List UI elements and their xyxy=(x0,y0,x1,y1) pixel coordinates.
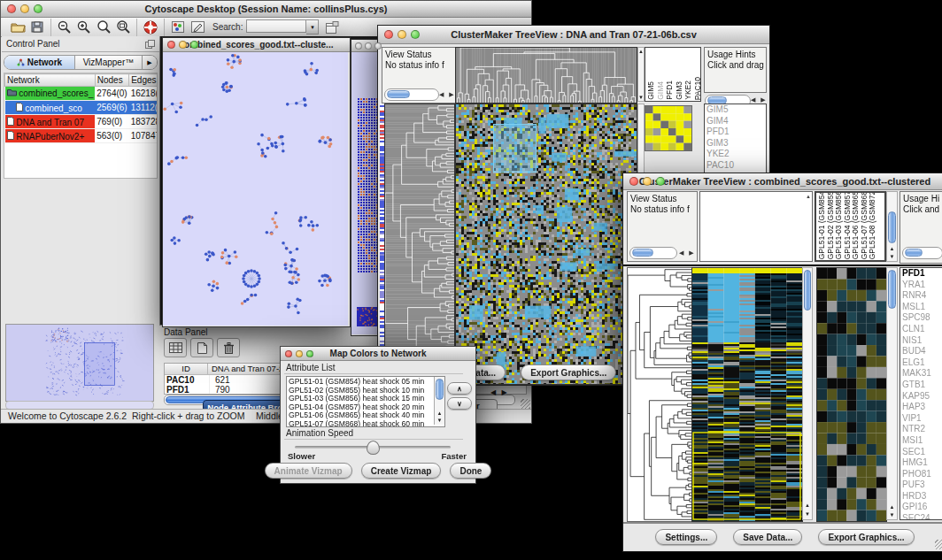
close-button[interactable] xyxy=(285,350,292,357)
gene-list-item[interactable]: KAP95 xyxy=(900,391,942,403)
gene-list-item[interactable]: PFD1 xyxy=(900,268,942,280)
gene-list-item[interactable]: YRA1 xyxy=(900,280,942,291)
gene-list-item[interactable]: ELG1 xyxy=(900,357,942,369)
speed-slider-thumb[interactable] xyxy=(367,441,380,455)
move-up-button[interactable]: ∧ xyxy=(447,382,472,395)
zoom-button[interactable] xyxy=(411,30,420,39)
treeview2-titlebar[interactable]: ClusterMaker TreeView : combined_scores_… xyxy=(623,173,942,190)
gene-list-item[interactable]: PUF3 xyxy=(900,479,942,491)
col-nodes[interactable]: Nodes xyxy=(95,74,128,87)
treeview1-titlebar[interactable]: ClusterMaker TreeView : DNA and Tran 07-… xyxy=(378,26,769,44)
zoom-fit-icon[interactable] xyxy=(113,19,133,36)
data-col-id[interactable]: ID xyxy=(165,364,208,374)
network-table-row[interactable]: combined_scores_2764(0)16218(0) xyxy=(5,87,158,101)
zoom-button[interactable] xyxy=(656,177,665,186)
background-network-canvas[interactable] xyxy=(351,52,378,334)
tv2-status-scrollbar[interactable] xyxy=(629,247,677,259)
tv2-genes-scrollbar[interactable]: ▲▼ xyxy=(886,267,898,520)
tv1-row-dendrogram[interactable] xyxy=(384,104,455,385)
tv1-heatmap[interactable] xyxy=(455,104,637,385)
background-window-titlebar[interactable] xyxy=(351,40,380,52)
tv2-resize-grip[interactable] xyxy=(935,540,942,549)
tv1-status-scroll-arrows[interactable]: ◀ ▶ xyxy=(439,89,456,100)
zoom-button[interactable] xyxy=(306,350,313,357)
zoom-out-icon[interactable] xyxy=(55,19,74,36)
gene-list-item[interactable]: GPI16 xyxy=(900,502,942,513)
tv2-heatmap[interactable] xyxy=(691,267,803,522)
minimize-button[interactable] xyxy=(179,41,187,49)
tab-overflow-button[interactable]: ▶ xyxy=(143,56,157,69)
export-graphics-button[interactable]: Export Graphics... xyxy=(521,364,616,380)
tab-network[interactable]: Network xyxy=(4,56,75,69)
dialog-titlebar[interactable]: Map Colors to Network xyxy=(281,347,475,361)
gene-list-item[interactable]: NIS1 xyxy=(900,335,942,347)
gene-list-item[interactable]: SEC24 xyxy=(900,513,942,520)
search-dropdown-button[interactable]: ▼ xyxy=(306,19,319,35)
tv2-zoom-heatmap[interactable] xyxy=(816,267,887,522)
annotation-icon[interactable] xyxy=(188,19,207,36)
tv2-usage-scrollbar[interactable] xyxy=(902,247,942,259)
gene-list-item[interactable]: PFD1 xyxy=(705,127,766,138)
network-table-row[interactable]: DNA and Tran 07769(0)183728(0) xyxy=(5,115,158,129)
done-button[interactable]: Done xyxy=(450,463,491,479)
overview-canvas[interactable] xyxy=(6,325,151,399)
vizmapper-icon[interactable] xyxy=(168,19,188,36)
zoom-button[interactable] xyxy=(374,42,382,50)
export-graphics-button[interactable]: Export Graphics... xyxy=(818,529,914,545)
gene-list-item[interactable]: SPC98 xyxy=(900,312,942,324)
tv1-zoom-heatmap[interactable] xyxy=(645,105,692,151)
tv1-status-scrollbar[interactable] xyxy=(384,88,439,101)
gene-list-item[interactable]: CLN1 xyxy=(900,324,942,335)
gene-list-item[interactable]: GIM5 xyxy=(705,104,766,116)
close-button[interactable] xyxy=(7,4,16,13)
close-button[interactable] xyxy=(355,42,362,50)
search-input[interactable] xyxy=(246,19,306,33)
tv2-column-labels[interactable]: GPL51-01 (GSM854)GPL51-02 (GSM855)GPL51-… xyxy=(815,191,886,262)
tv1-column-labels[interactable]: GIM5GIM4PFD1GIM3YKE2PAC10 xyxy=(645,47,701,102)
save-data-button[interactable]: Save Data... xyxy=(733,529,802,545)
main-titlebar[interactable]: Cytoscape Desktop (Session Name: collins… xyxy=(1,1,531,18)
gene-list-item[interactable]: PAC10 xyxy=(705,160,766,172)
gene-list-item[interactable]: MAK31 xyxy=(900,368,942,380)
attribute-list-item[interactable]: GPL51-07 (GSM868) heat shock 60 min xyxy=(289,420,443,427)
animate-vizmap-button[interactable]: Animate Vizmap xyxy=(265,463,352,479)
minimize-button[interactable] xyxy=(643,177,652,186)
gene-list-item[interactable]: BUD4 xyxy=(900,346,942,357)
column-label[interactable]: YKE2 xyxy=(684,81,693,100)
move-down-button[interactable]: ∨ xyxy=(447,397,472,410)
gene-list-item[interactable]: HMG1 xyxy=(900,457,942,469)
search-config-icon[interactable] xyxy=(322,19,342,36)
tv1-labels-scrollbar[interactable]: ▲▼ xyxy=(637,47,645,102)
gene-list-item[interactable]: SEC1 xyxy=(900,447,942,458)
gene-list-item[interactable]: GIM4 xyxy=(705,116,766,127)
delete-attribute-icon[interactable] xyxy=(217,338,240,357)
attribute-list-scrollbar[interactable]: ▲▼ xyxy=(434,377,444,425)
settings-button[interactable]: Settings... xyxy=(655,529,717,545)
zoom-in-icon[interactable] xyxy=(74,19,94,36)
tab-vizmapper[interactable]: VizMapper™ xyxy=(75,56,143,69)
data-hscroll-arrows[interactable]: ◀ ▶ xyxy=(490,388,509,396)
resize-grip[interactable] xyxy=(521,399,530,409)
network-overview[interactable] xyxy=(5,324,154,402)
gene-list-item[interactable]: MSI1 xyxy=(900,435,942,447)
minimize-button[interactable] xyxy=(365,42,372,50)
network-table-row[interactable]: RNAPuberNov2+563(0)107847(0) xyxy=(5,129,158,143)
column-label[interactable]: GPL51-08 (GSM872) xyxy=(869,191,877,259)
tv1-column-dendrogram[interactable] xyxy=(455,47,637,104)
gene-list-item[interactable]: MSL1 xyxy=(900,302,942,313)
minimize-button[interactable] xyxy=(398,30,406,39)
gene-list-item[interactable]: NTR2 xyxy=(900,424,942,435)
gene-list-item[interactable]: GTB1 xyxy=(900,380,942,391)
gene-list-item[interactable]: GIM3 xyxy=(705,138,766,150)
open-session-icon[interactable] xyxy=(8,19,27,36)
minimize-button[interactable] xyxy=(20,4,29,13)
column-label[interactable]: PFD1 xyxy=(666,81,675,100)
network-table-row[interactable]: combined_sco2569(6)13112(15) xyxy=(5,101,158,115)
column-label[interactable]: PAC10 xyxy=(694,77,702,100)
table-mode-icon[interactable] xyxy=(164,338,187,357)
tv2-column-dendrogram-area[interactable]: ▲ xyxy=(699,191,813,262)
create-vizmap-button[interactable]: Create Vizmap xyxy=(361,463,442,479)
attribute-listbox[interactable]: GPL51-01 (GSM854) heat shock 05 minGPL51… xyxy=(286,376,445,427)
col-network[interactable]: Network xyxy=(5,74,96,87)
gene-list-item[interactable]: RNR4 xyxy=(900,290,942,302)
